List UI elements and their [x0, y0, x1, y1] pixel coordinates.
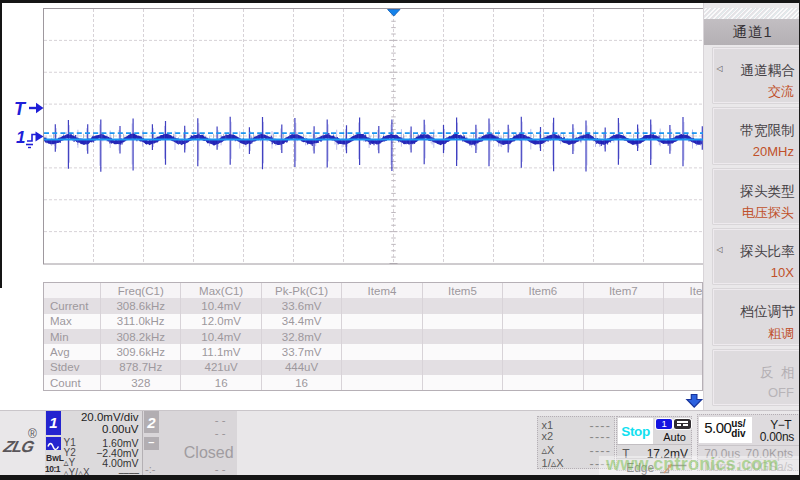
svg-text:1: 1 — [16, 128, 25, 147]
svg-text:T: T — [14, 99, 27, 119]
